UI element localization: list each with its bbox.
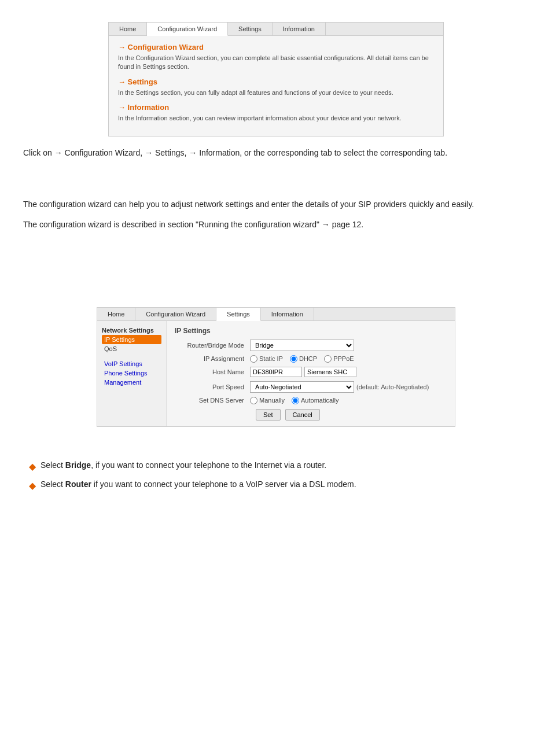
static-ip-radio[interactable] [250,355,257,363]
dns-auto-radio[interactable] [292,397,299,404]
panel2-nav-home[interactable]: Home [97,308,135,320]
pppoe-option[interactable]: PPPoE [324,355,354,363]
body-text-1: Click on → Configuration Wizard, → Setti… [23,147,529,159]
dns-server-row: Set DNS Server Manually Automatically [175,397,447,404]
dhcp-radio[interactable] [290,355,297,363]
dns-auto-option[interactable]: Automatically [292,397,338,404]
dns-manually-option[interactable]: Manually [250,397,285,404]
panel-1: Home Configuration Wizard Settings Infor… [108,22,444,137]
bullet-text-router: Select Router if you want to connect you… [41,478,356,491]
bullet-router-text: if you want to connect your telephone to… [91,480,356,489]
router-bridge-control: Bridge Router [250,340,447,351]
sidebar-ip-settings[interactable]: IP Settings [102,335,161,344]
information-desc: In the Information section, you can revi… [118,114,434,123]
ip-assignment-row: IP Assignment Static IP DHCP PPPoE [175,355,447,363]
port-speed-control: Auto-Negotiated (default: Auto-Negotiate… [250,381,447,393]
bullet-bridge-text: , if you want to connect your telephone … [91,460,326,470]
panel2-nav-info[interactable]: Information [261,308,314,320]
pppoe-label: PPPoE [333,355,354,362]
dns-manually-label: Manually [259,397,285,404]
panel2-nav-config[interactable]: Configuration Wizard [135,308,216,320]
static-ip-option[interactable]: Static IP [250,355,283,363]
static-ip-label: Static IP [259,355,283,362]
bullet-bridge-bold: Bridge [65,460,91,470]
settings-title: → Settings [118,78,434,86]
body-text-2b: The configuration wizard is described in… [23,219,529,231]
bullet-item-router: ◆ Select Router if you want to connect y… [29,478,529,493]
host-name-row: Host Name [175,367,447,377]
sidebar-qos[interactable]: QoS [102,344,161,353]
sidebar-management[interactable]: Management [102,378,161,387]
bullet-text-bridge: Select Bridge, if you want to connect yo… [41,459,326,471]
dhcp-option[interactable]: DHCP [290,355,317,363]
host-name-label: Host Name [175,368,250,375]
host-name-input2[interactable] [304,367,356,377]
port-speed-row: Port Speed Auto-Negotiated (default: Aut… [175,381,447,393]
ip-assignment-label: IP Assignment [175,355,250,362]
ip-assignment-control: Static IP DHCP PPPoE [250,355,447,363]
panel2-nav: Home Configuration Wizard Settings Infor… [97,308,455,321]
dns-server-label: Set DNS Server [175,397,250,404]
panel-2: Home Configuration Wizard Settings Infor… [97,307,455,427]
set-button[interactable]: Set [256,409,281,421]
bullet-router-bold: Router [65,480,91,489]
panel2-nav-settings[interactable]: Settings [216,308,261,321]
sidebar: Network Settings IP Settings QoS VoIP Se… [97,321,167,426]
port-speed-hint: (default: Auto-Negotiated) [356,383,429,390]
information-title: → Information [118,103,434,112]
host-name-input1[interactable] [250,367,302,377]
panel2-body: Network Settings IP Settings QoS VoIP Se… [97,321,455,426]
port-speed-label: Port Speed [175,383,250,390]
pppoe-radio[interactable] [324,355,332,363]
bullet-select-2: Select [41,480,65,489]
sidebar-network-settings-title: Network Settings [102,327,161,334]
nav-information[interactable]: Information [273,23,326,35]
nav-settings[interactable]: Settings [228,23,273,35]
router-bridge-row: Router/Bridge Mode Bridge Router [175,340,447,351]
router-bridge-label: Router/Bridge Mode [175,342,250,349]
port-speed-select[interactable]: Auto-Negotiated [250,381,354,393]
body-text-2a: The configuration wizard can help you to… [23,198,529,211]
bullet-diamond-1: ◆ [29,460,36,474]
nav-home[interactable]: Home [109,23,147,35]
dns-auto-label: Automatically [301,397,338,404]
cancel-button[interactable]: Cancel [285,409,320,421]
ip-settings-title: IP Settings [175,327,447,335]
panel1-body: → Configuration Wizard In the Configurat… [109,36,443,136]
config-wizard-desc: In the Configuration Wizard section, you… [118,54,434,72]
bullet-item-bridge: ◆ Select Bridge, if you want to connect … [29,459,529,474]
nav-config-wizard[interactable]: Configuration Wizard [147,23,228,36]
bullet-select-1: Select [41,460,65,470]
panel1-nav: Home Configuration Wizard Settings Infor… [109,23,443,36]
main-content: IP Settings Router/Bridge Mode Bridge Ro… [167,321,455,426]
dns-server-control: Manually Automatically [250,397,447,404]
button-row: Set Cancel [175,409,447,421]
dns-manually-radio[interactable] [250,397,257,404]
bullet-diamond-2: ◆ [29,479,36,493]
sidebar-phone-settings[interactable]: Phone Settings [102,368,161,378]
bullet-section: ◆ Select Bridge, if you want to connect … [23,459,529,493]
router-bridge-select[interactable]: Bridge Router [250,340,354,351]
settings-desc: In the Settings section, you can fully a… [118,88,434,97]
dhcp-label: DHCP [299,355,317,362]
host-name-control [250,367,447,377]
config-wizard-title: → Configuration Wizard [118,43,434,51]
sidebar-voip-settings[interactable]: VoIP Settings [102,359,161,368]
